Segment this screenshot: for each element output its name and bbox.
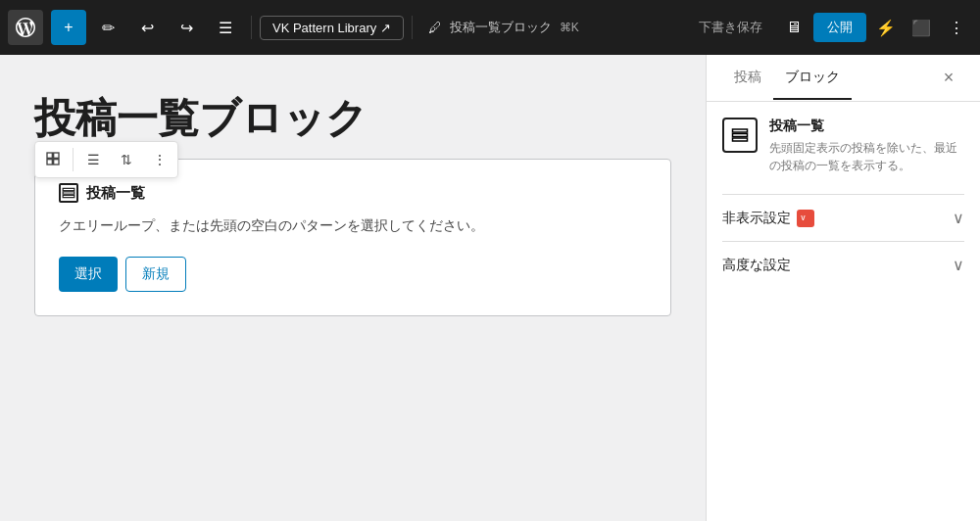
svg-text:V: V bbox=[801, 214, 806, 221]
close-icon: × bbox=[944, 68, 955, 88]
post-list-block: 投稿一覧 クエリーループ、または先頭の空白のパターンを選択してください。 選択 … bbox=[34, 159, 671, 315]
undo-icon: ↩ bbox=[141, 19, 154, 37]
post-list-desc: クエリーループ、または先頭の空白のパターンを選択してください。 bbox=[59, 214, 647, 236]
advanced-settings-label: 高度な設定 bbox=[722, 257, 791, 274]
svg-rect-8 bbox=[733, 134, 748, 137]
block-toolbar: ☰ ⇅ ⋮ bbox=[34, 141, 178, 178]
redo-icon: ↪ bbox=[180, 19, 193, 37]
breadcrumb: 🖊 投稿一覧ブロック ⌘K bbox=[428, 19, 583, 36]
ellipsis-icon: ⋮ bbox=[949, 19, 964, 37]
sidebar-block-text: 投稿一覧 先頭固定表示の投稿を除いた、最近の投稿の一覧を表示する。 bbox=[769, 118, 964, 174]
block-header: 投稿一覧 bbox=[59, 183, 647, 203]
main-toolbar: + ✏ ↩ ↪ ☰ VK Pattern Library ↗ 🖊 投稿一覧ブロッ… bbox=[0, 0, 980, 55]
tab-post-label: 投稿 bbox=[734, 69, 761, 84]
tab-block-label: ブロック bbox=[785, 69, 840, 84]
block-more-button[interactable]: ⋮ bbox=[144, 144, 175, 175]
sidebar-block-info: 投稿一覧 先頭固定表示の投稿を除いた、最近の投稿の一覧を表示する。 bbox=[722, 118, 964, 174]
editor-content: 投稿一覧ブロック ☰ bbox=[34, 94, 671, 316]
wp-logo[interactable] bbox=[8, 10, 43, 45]
block-icon bbox=[59, 183, 78, 203]
block-more-icon: ⋮ bbox=[153, 152, 167, 167]
publish-label: 公開 bbox=[827, 20, 853, 34]
block-type-button[interactable] bbox=[37, 144, 69, 175]
plus-icon: + bbox=[64, 19, 73, 36]
main-layout: 投稿一覧ブロック ☰ bbox=[0, 55, 980, 521]
toolbar-separator-1 bbox=[251, 16, 252, 39]
preview-button[interactable]: 🖥 bbox=[778, 12, 809, 43]
align-left-icon: ☰ bbox=[87, 152, 100, 167]
undo-button[interactable]: ↩ bbox=[129, 10, 165, 45]
select-button[interactable]: 選択 bbox=[59, 257, 118, 292]
sidebar-section-hidden-header[interactable]: 非表示設定 V ∨ bbox=[722, 195, 964, 241]
sidebar-section-advanced-header[interactable]: 高度な設定 ∨ bbox=[722, 242, 964, 288]
move-button[interactable]: ⇅ bbox=[111, 144, 142, 175]
block-type-icon bbox=[45, 151, 61, 169]
svg-rect-0 bbox=[47, 153, 52, 158]
toolbar-right: 🖥 公開 ⚡ ⬛ ⋮ bbox=[778, 12, 972, 43]
align-left-button[interactable]: ☰ bbox=[77, 144, 109, 175]
svg-rect-6 bbox=[63, 196, 74, 198]
editor-area: 投稿一覧ブロック ☰ bbox=[0, 55, 706, 521]
layout-button[interactable]: ⬛ bbox=[906, 12, 937, 43]
lightning-button[interactable]: ⚡ bbox=[870, 12, 902, 43]
new-button[interactable]: 新規 bbox=[125, 257, 186, 292]
pencil-icon: ✏ bbox=[102, 19, 115, 37]
tab-post[interactable]: 投稿 bbox=[722, 57, 773, 100]
svg-rect-9 bbox=[733, 138, 748, 141]
svg-rect-1 bbox=[54, 153, 59, 158]
pattern-library-button[interactable]: VK Pattern Library ↗ bbox=[260, 16, 404, 40]
vk-badge: V bbox=[797, 210, 814, 227]
toolbar-separator-2 bbox=[412, 16, 413, 39]
sidebar-section-hidden-title: 非表示設定 V bbox=[722, 210, 814, 227]
layout-icon: ⬛ bbox=[911, 19, 931, 37]
sidebar-section-hidden: 非表示設定 V ∨ bbox=[722, 194, 964, 241]
svg-rect-4 bbox=[63, 189, 74, 191]
block-toolbar-sep bbox=[73, 148, 74, 171]
sidebar-block-name: 投稿一覧 bbox=[769, 118, 964, 135]
draft-save-button[interactable]: 下書き保存 bbox=[687, 13, 774, 42]
post-list-header: 投稿一覧 bbox=[86, 184, 145, 203]
add-block-button[interactable]: + bbox=[51, 10, 86, 45]
list-view-button[interactable]: ☰ bbox=[208, 10, 243, 45]
tab-block[interactable]: ブロック bbox=[773, 57, 852, 100]
lightning-icon: ⚡ bbox=[876, 19, 896, 37]
pattern-library-label: VK Pattern Library ↗ bbox=[272, 21, 391, 35]
block-actions: 選択 新規 bbox=[59, 257, 647, 292]
breadcrumb-text: 投稿一覧ブロック bbox=[450, 19, 552, 36]
hidden-settings-label: 非表示設定 bbox=[722, 210, 791, 227]
sidebar: 投稿 ブロック × 投稿一覧 先頭固定表示の投稿を除いた、最近の投稿の一覧を表示… bbox=[706, 55, 980, 521]
page-title: 投稿一覧ブロック bbox=[34, 94, 671, 143]
sidebar-section-advanced: 高度な設定 ∨ bbox=[722, 241, 964, 288]
sidebar-block-desc: 先頭固定表示の投稿を除いた、最近の投稿の一覧を表示する。 bbox=[769, 139, 964, 174]
list-icon: ☰ bbox=[219, 19, 232, 37]
sidebar-block-icon bbox=[722, 118, 758, 153]
title-text: 投稿一覧ブロック bbox=[34, 94, 368, 143]
draft-save-label: 下書き保存 bbox=[699, 20, 762, 34]
publish-button[interactable]: 公開 bbox=[813, 13, 866, 42]
sidebar-body: 投稿一覧 先頭固定表示の投稿を除いた、最近の投稿の一覧を表示する。 非表示設定 … bbox=[707, 102, 980, 521]
sidebar-header: 投稿 ブロック × bbox=[707, 55, 980, 102]
svg-rect-2 bbox=[47, 159, 52, 164]
svg-rect-5 bbox=[63, 192, 74, 194]
more-options-button[interactable]: ⋮ bbox=[941, 12, 972, 43]
redo-button[interactable]: ↪ bbox=[169, 10, 204, 45]
advanced-settings-chevron: ∨ bbox=[953, 256, 964, 274]
hidden-settings-chevron: ∨ bbox=[953, 209, 964, 227]
svg-rect-3 bbox=[54, 159, 59, 164]
keyboard-shortcut: ⌘K bbox=[560, 21, 579, 34]
breadcrumb-icon: 🖊 bbox=[428, 20, 442, 35]
svg-rect-7 bbox=[733, 129, 748, 132]
monitor-icon: 🖥 bbox=[786, 19, 802, 36]
tools-button[interactable]: ✏ bbox=[90, 10, 125, 45]
move-icon: ⇅ bbox=[121, 152, 132, 167]
sidebar-close-button[interactable]: × bbox=[933, 63, 964, 94]
sidebar-section-advanced-title: 高度な設定 bbox=[722, 257, 791, 274]
